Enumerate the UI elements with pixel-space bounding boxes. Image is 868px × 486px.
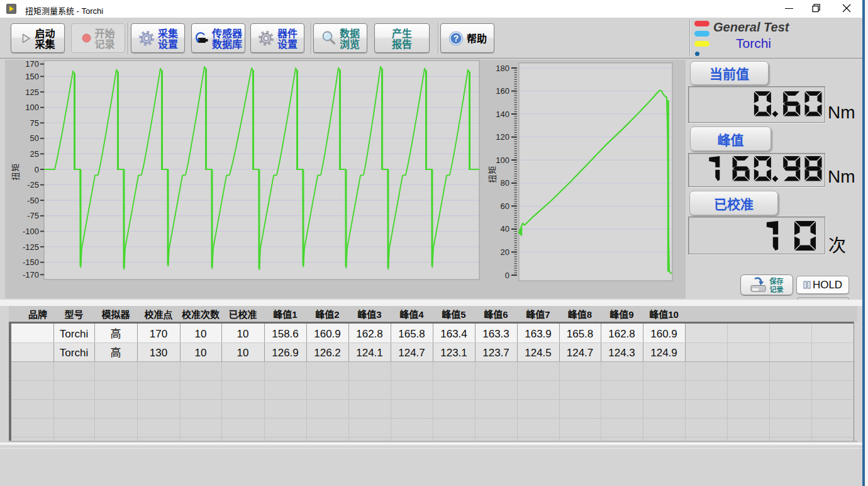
- svg-text:120: 120: [496, 132, 509, 142]
- svg-text:0: 0: [35, 165, 39, 174]
- svg-text:-100: -100: [23, 227, 39, 236]
- svg-text:0: 0: [505, 271, 509, 280]
- svg-text:75: 75: [30, 118, 39, 128]
- svg-text:?: ?: [453, 33, 459, 43]
- svg-text:-50: -50: [27, 196, 39, 205]
- svg-text:-150: -150: [23, 257, 39, 267]
- svg-text:-170: -170: [23, 270, 39, 280]
- svg-text:50: 50: [30, 133, 39, 143]
- svg-text:100: 100: [496, 155, 509, 165]
- svg-text:-25: -25: [27, 180, 39, 189]
- svg-text:20: 20: [501, 247, 509, 257]
- svg-text:150: 150: [25, 72, 39, 81]
- svg-text:140: 140: [496, 110, 509, 119]
- svg-text:180: 180: [496, 64, 509, 73]
- svg-text:125: 125: [25, 88, 39, 97]
- svg-text:100: 100: [25, 103, 39, 112]
- svg-text:170: 170: [25, 60, 39, 69]
- svg-text:-125: -125: [23, 242, 39, 252]
- svg-text:25: 25: [30, 149, 39, 159]
- svg-text:80: 80: [501, 178, 509, 188]
- svg-text:160: 160: [496, 86, 509, 96]
- svg-text:60: 60: [501, 201, 509, 211]
- svg-text:-75: -75: [27, 211, 39, 220]
- svg-text:40: 40: [501, 224, 509, 234]
